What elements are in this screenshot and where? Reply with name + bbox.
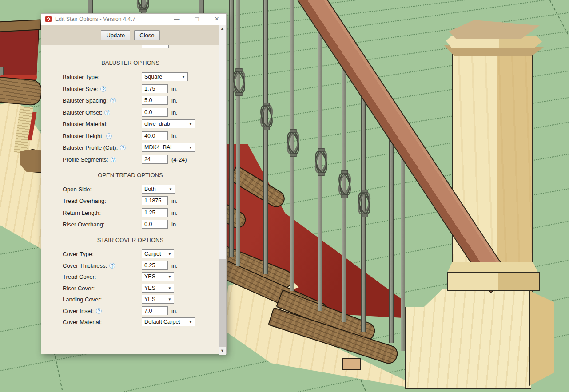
scrollbar-thumb[interactable] [219,259,226,347]
dialog-scrollbar[interactable]: ▲ ▼ [219,25,226,355]
close-dialog-button[interactable]: Close [134,30,159,40]
form-row: Cover Material: Default Carpet▼ [41,317,219,326]
baluster-height-input[interactable]: 40.0 [142,131,168,140]
riser-cover-select[interactable]: YES▼ [142,284,174,293]
field-label: Open Side: [63,186,92,193]
stair-options-form: BALUSTER OPTIONS Baluster Type: Square▼ … [41,45,219,329]
field-label: Baluster Spacing: [63,97,108,104]
baluster-rod [401,147,405,351]
basket-ornament [336,170,354,198]
field-label: Tread Cover: [63,273,96,280]
baluster-spacing-input[interactable]: 5.0 [142,96,168,105]
help-icon[interactable]: ? [120,145,126,150]
stair-tread [0,77,43,106]
basket-ornament [284,129,302,157]
baluster-size-input[interactable]: 1.75 [142,84,168,93]
minimize-button[interactable]: — [172,15,182,24]
dropdown-arrow-icon: ▼ [189,146,192,150]
dropdown-arrow-icon: ▼ [169,187,172,191]
return-length-input[interactable]: 1.25 [142,208,168,217]
newel-post-collar [447,272,540,291]
tread-overhang-input[interactable]: 1.1875 [142,196,168,205]
update-button[interactable]: Update [101,30,130,40]
form-row: Tread Overhang: 1.1875 in. [41,196,219,205]
baluster-rod [229,0,234,257]
baluster-rod [236,0,240,266]
field-label: Tread Overhang: [63,198,106,204]
help-icon[interactable]: ? [104,110,110,115]
section-heading-baluster-options: BALUSTER OPTIONS [41,59,219,66]
riser-overhang-input[interactable]: 0.0 [142,220,168,229]
basket-ornament [134,0,152,12]
form-row: Return Length: 1.25 in. [41,208,219,217]
field-label: Return Length: [63,210,101,216]
dialog-titlebar[interactable]: Edit Stair Options - Version 4.4.7 — □ ✕ [41,14,226,25]
form-row: Tread Cover: YES▼ [41,272,219,281]
newel-post-base-side [529,291,554,386]
cover-inset-input[interactable]: 7.0 [142,306,168,315]
field-label: Cover Thickness: [63,262,107,269]
unit-label: in. [171,308,178,314]
scrollbar-down-arrow[interactable]: ▼ [219,347,226,355]
stair-tread [0,20,41,32]
section-heading-stair-cover-options: STAIR COVER OPTIONS [41,237,219,243]
cover-material-select[interactable]: Default Carpet▼ [142,317,195,326]
basket-ornament [258,103,275,130]
unit-label: in. [171,109,178,116]
help-icon[interactable]: ? [106,133,112,139]
cover-thickness-input[interactable]: 0.25 [142,261,168,270]
help-icon[interactable]: ? [100,86,106,92]
unit-label: in. [171,210,178,216]
edit-stair-options-dialog: Edit Stair Options - Version 4.4.7 — □ ✕… [41,13,227,354]
field-label: Cover Material: [63,319,102,325]
field-label: Profile Segments: [63,156,108,163]
baluster-rod [263,0,268,274]
scrollbar-up-arrow[interactable]: ▲ [219,25,226,32]
unit-label: in. [171,221,178,228]
form-row: Baluster Material: olive_drab▼ [41,119,219,128]
baluster-rod [389,130,394,343]
baluster-rod [88,0,93,14]
basket-ornament [355,190,373,217]
dropdown-arrow-icon: ▼ [189,320,192,324]
landing-cover-select[interactable]: YES▼ [142,295,174,304]
form-row: Cover Thickness:? 0.25 in. [41,261,219,270]
field-label: Riser Cover: [63,285,95,292]
form-row: Profile Segments:? 24 (4-24) [41,155,219,164]
baluster-type-select[interactable]: Square▼ [142,72,188,81]
form-row: Baluster Offset:? 0.0 in. [41,108,219,117]
newel-post-base [405,288,531,389]
baluster-offset-input[interactable]: 0.0 [142,108,168,117]
field-label: Baluster Profile (Cut): [63,144,118,151]
open-side-select[interactable]: Both▼ [142,185,175,194]
dropdown-arrow-icon: ▼ [168,297,171,301]
form-row: Cover Inset:? 7.0 in. [41,306,219,315]
form-row: Cover Type: Carpet▼ [41,249,219,258]
help-icon[interactable]: ? [96,308,102,314]
help-icon[interactable]: ? [109,263,115,269]
form-row: Baluster Size:? 1.75 in. [41,84,219,93]
form-row: Baluster Spacing:? 5.0 in. [41,96,219,105]
unit-label: in. [171,97,178,104]
form-row: Baluster Height:? 40.0 in. [41,131,219,140]
dropdown-arrow-icon: ▼ [189,122,192,126]
profile-segments-input[interactable]: 24 [142,155,168,164]
dialog-action-bar: Update Close [41,25,219,45]
unit-label: in. [171,86,178,92]
form-row: Baluster Type: Square▼ [41,72,219,81]
baluster-profile-select[interactable]: MDK4_BAL▼ [142,143,195,152]
field-label: Riser Overhang: [63,221,105,228]
help-icon[interactable]: ? [111,157,116,162]
stringer-notch [342,358,361,370]
range-hint-label: (4-24) [171,156,187,163]
field-label: Cover Inset: [63,308,94,314]
help-icon[interactable]: ? [110,98,116,103]
baluster-material-select[interactable]: olive_drab▼ [142,119,195,128]
tread-cover-select[interactable]: YES▼ [142,272,174,281]
unit-label: in. [171,133,178,139]
close-button[interactable]: ✕ [212,15,222,24]
cover-type-select[interactable]: Carpet▼ [142,249,174,258]
basket-ornament [312,148,330,176]
section-heading-open-tread-options: OPEN TREAD OPTIONS [41,172,219,178]
maximize-button[interactable]: □ [192,15,202,24]
